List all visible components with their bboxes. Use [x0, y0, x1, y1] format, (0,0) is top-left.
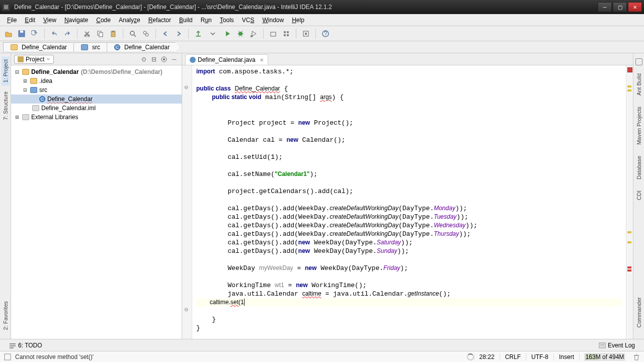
find-icon[interactable] [127, 28, 138, 39]
menu-file[interactable]: File [3, 15, 21, 25]
status-insert-mode[interactable]: Insert [553, 353, 579, 360]
menu-help[interactable]: Help [288, 15, 308, 25]
open-icon[interactable] [3, 28, 14, 39]
status-line-sep[interactable]: CRLF [500, 353, 526, 360]
maximize-button[interactable]: ▢ [613, 2, 627, 12]
menu-analyze[interactable]: Analyze [115, 15, 144, 25]
run-config-dropdown[interactable] [206, 28, 220, 39]
tab-database[interactable]: Database [635, 153, 643, 183]
project-tree[interactable]: ⊟ Define_Calendar(D:\Demos\Define_Calend… [11, 65, 182, 339]
svg-point-25 [163, 58, 165, 60]
statusbar: Cannot resolve method 'set()' 28:22 CRLF… [0, 351, 644, 362]
debug-icon[interactable] [235, 28, 246, 39]
status-memory[interactable]: 163M of 494M [579, 353, 630, 360]
status-encoding[interactable]: UTF-8 [526, 353, 553, 360]
tree-class-selected[interactable]: CDefine_Calendar [11, 95, 182, 104]
svg-rect-18 [284, 34, 286, 36]
make-icon[interactable] [193, 28, 204, 39]
menu-run[interactable]: Run [197, 15, 216, 25]
status-corner-icon[interactable] [4, 353, 11, 360]
code-editor[interactable]: import com.aspose.tasks.*; public class … [192, 65, 626, 339]
menu-view[interactable]: View [39, 15, 60, 25]
breadcrumb-bar: Define_Calendar src CDefine_Calendar [0, 41, 644, 53]
app-icon [2, 3, 10, 11]
todo-icon [9, 342, 16, 349]
back-icon[interactable] [160, 28, 171, 39]
undo-icon[interactable] [49, 28, 60, 39]
menu-code[interactable]: Code [92, 15, 115, 25]
project-view-combo[interactable]: Project [14, 55, 54, 64]
chevron-down-icon [46, 57, 50, 61]
menu-navigate[interactable]: Navigate [60, 15, 92, 25]
svg-rect-26 [10, 343, 16, 344]
tree-idea[interactable]: ⊞.idea [11, 76, 182, 85]
tree-iml[interactable]: Define_Calendar.iml [11, 104, 182, 113]
forward-icon[interactable] [173, 28, 184, 39]
crumb-project[interactable]: Define_Calendar [3, 42, 77, 52]
tab-project[interactable]: 1: Project [2, 56, 10, 85]
scroll-to-source-icon[interactable]: ⊙ [139, 55, 148, 64]
tab-cdi[interactable]: CDI [635, 188, 643, 203]
replace-icon[interactable] [140, 28, 151, 39]
save-icon[interactable] [16, 28, 27, 39]
collapse-all-icon[interactable]: ⊟ [149, 55, 158, 64]
svg-rect-14 [251, 35, 253, 37]
redo-icon[interactable] [62, 28, 73, 39]
attach-icon[interactable] [268, 28, 279, 39]
status-position[interactable]: 28:22 [474, 353, 500, 360]
settings-icon[interactable] [300, 28, 311, 39]
toolbar: ? [0, 26, 644, 41]
ant-icon[interactable] [635, 58, 642, 65]
minimize-button[interactable]: ─ [598, 2, 612, 12]
menu-tools[interactable]: Tools [216, 15, 238, 25]
paste-icon[interactable] [108, 28, 119, 39]
left-toolwindow-bar: 1: Project 7: Structure 2: Favorites [0, 53, 11, 339]
status-message: Cannot resolve method 'set()' [15, 353, 94, 360]
separator [123, 29, 123, 39]
dock-eventlog[interactable]: Event Log [595, 341, 639, 350]
error-stripe[interactable] [626, 65, 633, 339]
tab-structure[interactable]: 7: Structure [2, 88, 10, 123]
crumb-src[interactable]: src [73, 42, 111, 52]
svg-rect-28 [10, 347, 14, 348]
menu-edit[interactable]: Edit [21, 15, 39, 25]
menu-vcs[interactable]: VCS [238, 15, 259, 25]
separator [315, 29, 316, 39]
progress-spinner-icon [467, 353, 474, 360]
help-icon[interactable]: ? [320, 28, 331, 39]
svg-point-10 [130, 31, 134, 35]
copy-icon[interactable] [95, 28, 106, 39]
right-toolwindow-bar: Ant Build Maven Projects Database CDI Co… [633, 53, 644, 339]
svg-point-13 [238, 32, 243, 36]
svg-text:?: ? [324, 30, 328, 37]
analysis-status-error-icon [627, 67, 632, 72]
editor-gutter[interactable]: ⊖ ⊖ [182, 65, 192, 339]
tab-commander[interactable]: Commander [635, 294, 643, 331]
run-icon[interactable] [222, 28, 233, 39]
menubar: File Edit View Navigate Code Analyze Ref… [0, 14, 644, 26]
separator [188, 29, 189, 39]
close-tab-icon[interactable]: ✕ [260, 57, 264, 63]
coverage-icon[interactable] [248, 28, 259, 39]
svg-rect-3 [20, 31, 23, 33]
crumb-class[interactable]: CDefine_Calendar [107, 42, 180, 52]
sync-icon[interactable] [29, 28, 40, 39]
menu-window[interactable]: Window [258, 15, 288, 25]
menu-refactor[interactable]: Refactor [144, 15, 175, 25]
separator [77, 29, 77, 39]
menu-build[interactable]: Build [175, 15, 197, 25]
tree-root[interactable]: ⊟ Define_Calendar(D:\Demos\Define_Calend… [11, 67, 182, 76]
tab-ant[interactable]: Ant Build [635, 70, 643, 99]
settings-gear-icon[interactable] [159, 55, 169, 64]
trash-icon[interactable] [633, 353, 640, 360]
structure-icon[interactable] [281, 28, 292, 39]
hide-panel-icon[interactable]: ─ [170, 55, 179, 64]
tab-favorites[interactable]: 2: Favorites [2, 298, 10, 333]
editor-tab[interactable]: Define_Calendar.java ✕ [185, 54, 268, 65]
close-button[interactable]: ✕ [628, 2, 642, 12]
dock-todo[interactable]: 6: TODO [5, 341, 46, 350]
tree-src[interactable]: ⊟src [11, 85, 182, 95]
tab-maven[interactable]: Maven Projects [635, 104, 643, 148]
cut-icon[interactable] [82, 28, 93, 39]
tree-external-libs[interactable]: ⊞External Libraries [11, 113, 182, 122]
